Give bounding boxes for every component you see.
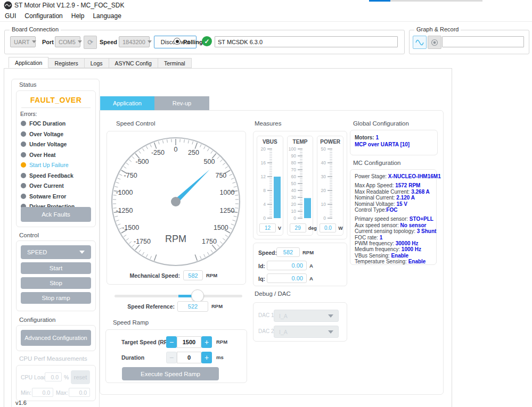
error-label: Under Voltage	[29, 141, 67, 147]
error-dot	[21, 183, 26, 188]
motor-tab-application[interactable]: Application	[100, 96, 154, 110]
mc-config-line: Nominal Current: 2.120 A	[355, 195, 436, 201]
speed-control-title: Speed Control	[116, 120, 155, 127]
polling-radio[interactable]	[174, 38, 181, 45]
mc-config-line: Max Readable Current: 3.268 A	[355, 189, 436, 195]
status-title: Status	[19, 81, 37, 88]
measure-gauge-scale: 01020304050	[317, 146, 342, 221]
graph-record-title: Graph & Record	[414, 26, 461, 32]
mc-config-group: Power Stage: X-NUCLEO-IHM16M1	[355, 173, 436, 179]
mc-config-line: FOC rate: 1	[355, 235, 436, 240]
target-speed-minus-button[interactable]: −	[166, 336, 177, 348]
cpu-perf-title: CPU Perf Measurements	[19, 355, 87, 362]
menu-gui[interactable]: GUI	[2, 12, 19, 20]
cpu-load-unit: %	[64, 374, 69, 380]
advanced-configuration-button[interactable]: Advanced Configuration	[21, 330, 91, 346]
tab-terminal[interactable]: Terminal	[158, 58, 192, 68]
duration-field[interactable]: 0	[177, 352, 201, 363]
tab-registers[interactable]: Registers	[48, 58, 84, 68]
svg-text:1750: 1750	[202, 238, 217, 245]
iq-field[interactable]: 0.00	[267, 273, 307, 283]
button-stop[interactable]: Stop	[21, 277, 91, 289]
measure-gauge-value-row: 0.0W	[320, 223, 343, 232]
id-field[interactable]: 0.00	[267, 261, 307, 270]
reset-button[interactable]: reset	[71, 370, 90, 384]
chevron-down-icon	[328, 330, 333, 334]
tab-async-config[interactable]: ASYNC Config	[109, 58, 158, 68]
configuration-title: Configuration	[19, 317, 55, 323]
ack-faults-button[interactable]: Ack Faults	[21, 207, 91, 222]
menu-configuration[interactable]: Configuration	[21, 12, 66, 20]
dac1-label: DAC 1	[258, 312, 274, 318]
duration-plus-button[interactable]: +	[201, 352, 212, 363]
mc-config-group: Primary speed sensor: STO+PLLAux speed s…	[355, 216, 436, 264]
measured-values-card: Speed: 582 RPM Id: 0.00 A Iq: 0.00 A	[253, 243, 347, 286]
graph-record-group: Graph & Record	[409, 30, 529, 54]
firmware-field[interactable]: ST MCSDK 6.3.0	[215, 36, 398, 47]
measure-gauge-scale: 048121620	[257, 146, 282, 221]
id-label: Id:	[258, 263, 265, 269]
svg-text:40: 40	[291, 188, 296, 193]
button-stop-ramp[interactable]: Stop ramp	[21, 292, 91, 304]
measure-gauge-name: TEMP	[288, 139, 313, 145]
motor-tab-revup[interactable]: Rev-up	[154, 96, 209, 110]
mc-config-line: Primary speed sensor: STO+PLL	[355, 216, 436, 222]
uart-select[interactable]: UART	[10, 36, 36, 47]
target-speed-field[interactable]: 1500	[177, 336, 201, 348]
chevron-down-icon	[32, 40, 36, 43]
measure-gauge-value-field[interactable]: 29	[290, 223, 306, 232]
measure-gauge-unit: deg	[308, 226, 317, 231]
mc-configuration-title: MC Configuration	[353, 160, 400, 166]
debug-dac-card: DAC 1 I_A DAC 2 I_A	[253, 302, 347, 342]
baud-select[interactable]: 1843200	[119, 36, 150, 47]
svg-text:-1250: -1250	[116, 207, 133, 214]
error-list: FOC DurationOver VoltageUnder VoltageOve…	[21, 120, 95, 210]
mechanical-speed-unit: RPM	[206, 272, 217, 278]
polling-label: Polling	[183, 39, 203, 45]
measure-gauge-value-field[interactable]: 0.0	[320, 223, 336, 232]
graph-button[interactable]	[413, 36, 427, 49]
progress-bar	[369, 0, 482, 2]
duration-minus-button[interactable]: −	[166, 352, 177, 363]
mc-config-card: Power Stage: X-NUCLEO-IHM16M1Max App Spe…	[350, 169, 437, 265]
error-item-sotware-error: Sotware Error	[21, 193, 95, 200]
tab-application[interactable]: Application	[9, 57, 48, 68]
svg-text:20: 20	[291, 202, 296, 207]
max-field: 0.0	[69, 388, 90, 397]
error-item-start-up-failure: Start Up Failure	[21, 162, 95, 168]
error-item-under-voltage: Under Voltage	[21, 141, 95, 147]
title-bar: ST Motor Pilot V1.2.9 - MC_FOC_SDK	[0, 0, 405, 10]
tab-logs[interactable]: Logs	[85, 58, 109, 68]
port-select[interactable]: COM5	[55, 36, 80, 47]
svg-text:0: 0	[324, 215, 326, 221]
speed-value-field[interactable]: 582	[276, 247, 300, 257]
record-button[interactable]	[428, 36, 441, 49]
dac2-label: DAC 2	[258, 328, 274, 334]
execute-speed-ramp-button[interactable]: Execute Speed Ramp	[122, 367, 219, 380]
button-start[interactable]: Start	[21, 262, 91, 274]
dac2-select[interactable]: I_A	[274, 326, 339, 338]
connection-ok-icon: ✓	[202, 36, 212, 46]
error-item-over-heat: Over Heat	[21, 152, 95, 158]
measure-gauge-value-field[interactable]: 12	[259, 223, 276, 232]
slider-handle[interactable]	[191, 289, 204, 302]
control-mode-select[interactable]: SPEED	[21, 245, 91, 259]
svg-text:-500: -500	[135, 158, 149, 165]
svg-text:0: 0	[263, 215, 266, 221]
error-label: Over Current	[29, 182, 64, 189]
svg-text:250: 250	[188, 149, 199, 156]
speed-reference-field[interactable]: 522	[177, 301, 208, 312]
dac1-select[interactable]: I_A	[274, 310, 339, 322]
motors-line: Motors: 1	[355, 135, 437, 140]
menu-help[interactable]: Help	[68, 12, 88, 20]
menu-language[interactable]: Language	[89, 12, 124, 20]
record-file-field[interactable]	[442, 36, 524, 47]
error-item-over-current: Over Current	[21, 182, 95, 189]
target-speed-plus-button[interactable]: +	[201, 336, 212, 348]
svg-text:30: 30	[291, 195, 296, 200]
mechanical-speed-field[interactable]: 582	[183, 270, 203, 280]
measure-gauge-vbus: VBUS04812162012V	[257, 136, 283, 236]
errors-label: Errors:	[20, 111, 95, 117]
measure-gauge-unit: V	[278, 226, 281, 231]
refresh-ports-button[interactable]: ⟳	[84, 36, 97, 49]
